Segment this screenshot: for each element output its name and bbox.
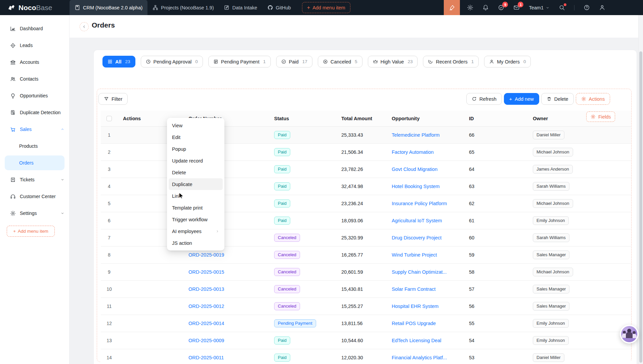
table-row[interactable]: 12ORD-2025-0014Pending Payment13,811.56R…	[101, 315, 631, 332]
column-header-owner[interactable]: Owner	[527, 116, 631, 121]
add-menu-item-button-sidebar[interactable]: + Add menu item	[7, 226, 55, 237]
opportunity-link[interactable]: Wind Turbine Project	[392, 252, 437, 258]
nav-tab-projects-nocobase-1-9[interactable]: Projects (NocoBase 1.9)	[147, 0, 219, 15]
sidebar-item-sales[interactable]: Sales	[0, 121, 69, 138]
opportunity-link[interactable]: Drug Discovery Project	[392, 235, 441, 240]
table-row[interactable]: 10ORD-2025-0013Canceled15,430.81Solar Fa…	[101, 281, 631, 298]
menu-item-js-action[interactable]: JS action	[169, 237, 223, 249]
sidebar-item-tickets[interactable]: Tickets	[0, 171, 69, 188]
sidebar-item-dashboard[interactable]: Dashboard	[0, 20, 69, 37]
team-selector[interactable]: Team1	[529, 5, 550, 10]
column-header-opportunity[interactable]: Opportunity	[386, 116, 464, 121]
gear-icon	[10, 211, 16, 216]
opportunity-link[interactable]: Factory Automation	[392, 149, 434, 155]
status-badge: Canceled	[274, 285, 300, 293]
nocobase-logo[interactable]: NocoBase	[0, 4, 70, 12]
filter-tab-label: Pending Approval	[154, 59, 192, 64]
fields-designer-button[interactable]: Fields	[586, 111, 615, 122]
sidebar-item-opportunities[interactable]: Opportunities	[0, 87, 69, 104]
sidebar-item-leads[interactable]: Leads	[0, 37, 69, 54]
filter-tab-high-value[interactable]: High Value23	[368, 56, 418, 67]
order-number-link[interactable]: ORD-2025-0015	[188, 269, 224, 275]
collapse-sidebar-button[interactable]	[80, 22, 89, 31]
sidebar-item-duplicate-detection[interactable]: Duplicate Detection	[0, 104, 69, 121]
filter-tab-all[interactable]: All23	[102, 56, 135, 67]
vertical-scrollbar[interactable]	[638, 15, 643, 364]
add-menu-item-button-top[interactable]: + Add menu item	[302, 2, 350, 13]
add-new-button[interactable]: + Add new	[504, 93, 539, 105]
menu-item-trigger-workflow[interactable]: Trigger workflow	[169, 214, 223, 225]
refresh-button[interactable]: Refresh	[466, 93, 502, 105]
opportunity-link[interactable]: Insurance Policy Platform	[392, 201, 447, 206]
table-row[interactable]: 9ORD-2025-0015Canceled20,601.59Supply Ch…	[101, 264, 631, 281]
filter-tab-pending-approval[interactable]: Pending Approval0	[141, 56, 203, 67]
menu-item-view[interactable]: View	[169, 120, 223, 131]
opportunity-link[interactable]: Govt Cloud Migration	[392, 167, 437, 172]
column-header-status[interactable]: Status	[269, 116, 336, 121]
filter-tab-paid[interactable]: Paid17	[276, 56, 312, 67]
order-number-link[interactable]: ORD-2025-0011	[188, 355, 224, 360]
filter-tab-count: 17	[302, 59, 307, 64]
order-number-link[interactable]: ORD-2025-0012	[188, 304, 224, 309]
search-button[interactable]	[559, 4, 565, 11]
menu-item-update-record[interactable]: Update record	[169, 155, 223, 167]
table-row[interactable]: 14ORD-2025-0011Paid12,020.30Financial An…	[101, 349, 631, 364]
chevron-down-icon	[60, 178, 65, 182]
filter-button[interactable]: Filter	[98, 93, 128, 105]
column-header-total-amount[interactable]: Total Amount	[336, 116, 386, 121]
opportunity-link[interactable]: Retail POS Upgrade	[392, 321, 436, 326]
notifications-button[interactable]	[482, 4, 489, 11]
menu-item-template-print[interactable]: Template print	[169, 202, 223, 214]
sidebar-item-customer-center[interactable]: Customer Center	[0, 188, 69, 205]
menu-item-link[interactable]: Link	[169, 190, 223, 202]
delete-button[interactable]: Delete	[541, 93, 574, 105]
order-number-link[interactable]: ORD-2025-0014	[188, 321, 224, 326]
menu-item-popup[interactable]: Popup	[169, 143, 223, 155]
opportunity-link[interactable]: EdTech Licensing Deal	[392, 338, 441, 343]
nav-tab-github[interactable]: GitHub	[262, 0, 296, 15]
opportunity-link[interactable]: Hospital EHR System	[392, 304, 438, 309]
table-row[interactable]: 13ORD-2025-0009Paid10,544.60EdTech Licen…	[101, 332, 631, 349]
settings-gear-button[interactable]	[467, 4, 473, 11]
menu-item-edit[interactable]: Edit	[169, 131, 223, 143]
ai-employees-floating-button[interactable]	[620, 325, 639, 344]
sidebar-item-accounts[interactable]: Accounts	[0, 54, 69, 71]
opportunity-link[interactable]: Solar Farm Contract	[392, 286, 436, 292]
user-menu-button[interactable]	[599, 4, 605, 11]
actions-designer-button[interactable]: Actions	[576, 93, 610, 105]
help-button[interactable]	[584, 4, 590, 11]
tasks-button[interactable]: 9	[498, 4, 504, 11]
sidebar-item-contacts[interactable]: Contacts	[0, 71, 69, 87]
messages-button[interactable]: 1	[513, 4, 520, 11]
order-number-link[interactable]: ORD-2025-0013	[188, 286, 224, 292]
highlighter-button[interactable]	[444, 0, 460, 15]
column-header-id[interactable]: ID	[464, 116, 527, 121]
menu-item-delete[interactable]: Delete	[169, 167, 223, 178]
opportunity-link[interactable]: Agricultural IoT System	[392, 218, 442, 223]
row-index: 4	[101, 184, 118, 189]
filter-tab-canceled[interactable]: Canceled5	[318, 56, 362, 67]
menu-item-duplicate[interactable]: Duplicate	[169, 178, 223, 190]
menu-item-ai-employees[interactable]: AI employees	[169, 225, 223, 237]
status-badge: Canceled	[274, 251, 300, 259]
owner-tag: Sarah Williams	[533, 233, 569, 242]
sidebar-item-products[interactable]: Products	[0, 138, 69, 154]
sidebar-item-orders[interactable]: Orders	[5, 155, 65, 170]
filter-tab-my-orders[interactable]: My Orders0	[484, 56, 531, 67]
owner-tag: Sales Manager	[533, 302, 569, 311]
order-number-link[interactable]: ORD-2025-0019	[188, 252, 224, 258]
opportunity-link[interactable]: Hotel Booking System	[392, 184, 440, 189]
order-number-link[interactable]: ORD-2025-0009	[188, 338, 224, 343]
scrollbar-thumb[interactable]	[639, 51, 642, 363]
nav-tab-data-intake[interactable]: Data Intake	[219, 0, 262, 15]
opportunity-link[interactable]: Supply Chain Optimizat...	[392, 269, 447, 275]
sidebar-item-settings[interactable]: Settings	[0, 205, 69, 222]
nav-tab-crm-nocobase-2-0-alpha[interactable]: CRM (NocoBase 2.0 alpha)	[70, 0, 147, 15]
opportunity-link[interactable]: Telemedicine Platform	[392, 132, 440, 138]
filter-tab-recent-orders[interactable]: Recent Orders1	[423, 56, 479, 67]
filter-tab-pending-payment[interactable]: Pending Payment1	[208, 56, 271, 67]
status-badge: Paid	[274, 131, 290, 139]
select-all-checkbox[interactable]	[106, 116, 112, 121]
table-row[interactable]: 11ORD-2025-0012Canceled15,255.27Hospital…	[101, 298, 631, 315]
opportunity-link[interactable]: Financial Analytics Platf...	[392, 355, 447, 360]
